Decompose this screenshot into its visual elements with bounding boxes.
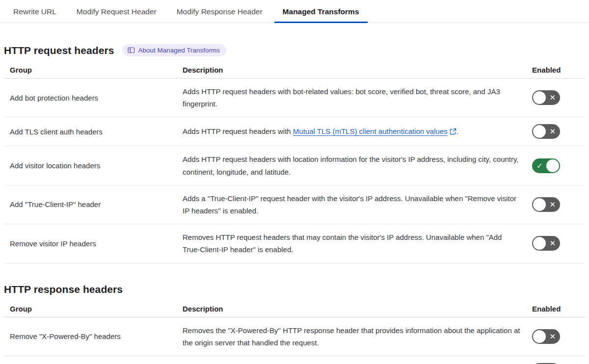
check-icon: ✓ xyxy=(536,162,543,169)
group-cell: Remove "X-Powered-By" headers xyxy=(4,317,177,356)
mtls-docs-link[interactable]: Mutual TLS (mTLS) client authentication … xyxy=(293,127,448,135)
group-cell: Remove visitor IP headers xyxy=(4,224,177,263)
table-row: Remove visitor IP headers Removes HTTP r… xyxy=(4,224,585,263)
tab-rewrite-url[interactable]: Rewrite URL xyxy=(5,0,65,23)
toggle-add-tls-client-auth-headers[interactable]: ✕ ✓ xyxy=(532,124,560,139)
tab-modify-request-header[interactable]: Modify Request Header xyxy=(68,0,165,23)
x-icon: ✕ xyxy=(549,240,556,247)
x-icon: ✕ xyxy=(549,128,556,135)
column-header-description: Description xyxy=(177,295,526,317)
tab-modify-response-header[interactable]: Modify Response Header xyxy=(168,0,271,23)
column-header-group: Group xyxy=(4,56,177,78)
table-header-row: Group Description Enabled xyxy=(4,56,585,78)
column-header-enabled: Enabled xyxy=(526,295,585,317)
description-cell: Adds HTTP request headers with location … xyxy=(177,146,526,185)
transform-rules-tabbar: Rewrite URL Modify Request Header Modify… xyxy=(0,0,589,23)
toggle-add-true-client-ip-header[interactable]: ✕ ✓ xyxy=(532,197,560,212)
request-headers-table: Group Description Enabled Add bot protec… xyxy=(4,56,585,263)
about-managed-transforms-badge[interactable]: About Managed Transforms xyxy=(122,44,227,56)
group-cell: Add TLS client auth headers xyxy=(4,117,177,146)
group-cell: Add visitor location headers xyxy=(4,146,177,185)
description-cell: Removes HTTP request headers that may co… xyxy=(177,224,526,263)
table-row: Add security headers Adds several securi… xyxy=(4,356,585,364)
description-cell: Adds several security-related HTTP respo… xyxy=(177,356,526,364)
toggle-add-bot-protection-headers[interactable]: ✕ ✓ xyxy=(532,90,560,105)
description-cell: Adds HTTP request headers with bot-relat… xyxy=(177,78,526,117)
description-cell: Removes the "X-Powered-By" HTTP response… xyxy=(177,317,526,356)
request-headers-title: HTTP request headers xyxy=(4,45,114,56)
toggle-remove-visitor-ip-headers[interactable]: ✕ ✓ xyxy=(532,236,560,251)
group-cell: Add security headers xyxy=(4,356,177,364)
x-icon: ✕ xyxy=(549,201,556,208)
toggle-knob xyxy=(533,330,546,343)
x-icon: ✕ xyxy=(549,94,556,101)
toggle-knob xyxy=(533,91,546,104)
description-text: . xyxy=(456,127,458,135)
group-cell: Add "True-Client-IP" header xyxy=(4,185,177,224)
table-row: Add bot protection headers Adds HTTP req… xyxy=(4,78,585,117)
response-headers-title: HTTP response headers xyxy=(4,284,123,295)
table-row: Remove "X-Powered-By" headers Removes th… xyxy=(4,317,585,356)
about-badge-label: About Managed Transforms xyxy=(138,47,220,54)
column-header-group: Group xyxy=(4,295,177,317)
toggle-remove-x-powered-by-headers[interactable]: ✕ ✓ xyxy=(532,329,560,344)
group-cell: Add bot protection headers xyxy=(4,78,177,117)
external-link-icon xyxy=(450,126,456,138)
x-icon: ✕ xyxy=(549,333,556,340)
table-row: Add visitor location headers Adds HTTP r… xyxy=(4,146,585,185)
description-cell: Adds a "True-Client-IP" request header w… xyxy=(177,185,526,224)
column-header-description: Description xyxy=(177,56,526,78)
toggle-knob xyxy=(533,125,546,138)
description-cell: Adds HTTP request headers with Mutual TL… xyxy=(177,117,526,146)
toggle-knob xyxy=(533,198,546,211)
column-header-enabled: Enabled xyxy=(526,56,585,78)
book-icon xyxy=(128,47,135,53)
toggle-add-visitor-location-headers[interactable]: ✕ ✓ xyxy=(532,158,560,173)
response-headers-table: Group Description Enabled Remove "X-Powe… xyxy=(4,295,585,364)
description-text: Adds HTTP request headers with xyxy=(183,127,293,135)
toggle-knob xyxy=(546,159,559,172)
tab-managed-transforms[interactable]: Managed Transforms xyxy=(274,0,368,23)
table-header-row: Group Description Enabled xyxy=(4,295,585,317)
toggle-knob xyxy=(533,237,546,250)
table-row: Add "True-Client-IP" header Adds a "True… xyxy=(4,185,585,224)
table-row: Add TLS client auth headers Adds HTTP re… xyxy=(4,117,585,146)
